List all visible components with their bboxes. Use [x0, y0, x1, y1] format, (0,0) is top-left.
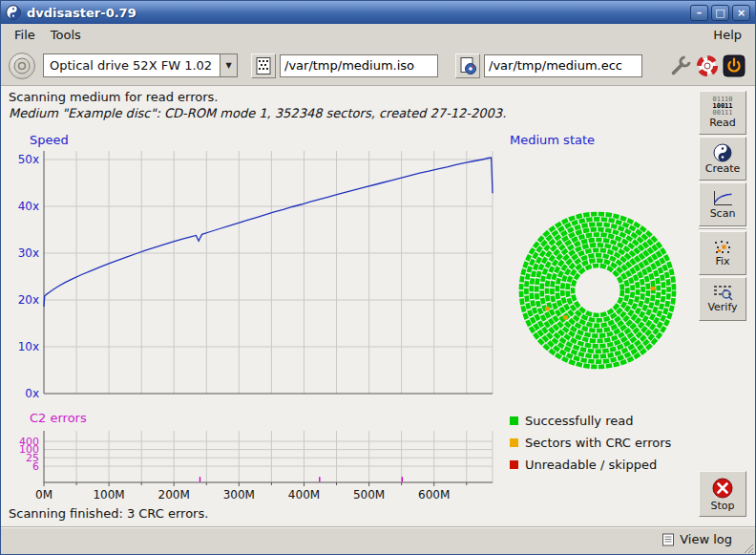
menubar: File Tools Help — [1, 24, 755, 46]
medium-info-line: Medium "Example disc": CD-ROM mode 1, 35… — [9, 106, 506, 120]
legend-swatch — [510, 438, 518, 447]
log-icon — [662, 533, 675, 546]
toolbar: Optical drive 52X FW 1.02 ▼ — [1, 46, 755, 86]
svg-text:30x: 30x — [18, 246, 39, 260]
menu-tools[interactable]: Tools — [43, 26, 89, 44]
scan-button-label: Scan — [710, 207, 736, 220]
finished-status: Scanning finished: 3 CRC errors. — [9, 506, 208, 521]
quit-button[interactable] — [721, 53, 747, 79]
svg-text:40x: 40x — [18, 200, 39, 213]
c2-chart-title: C2 errors — [30, 411, 87, 425]
binary-file-icon — [254, 56, 273, 75]
ecc-path-input[interactable] — [484, 54, 642, 77]
medium-state-disc — [513, 205, 682, 375]
ecc-file-icon — [458, 56, 477, 75]
verify-button[interactable]: Verify — [699, 277, 746, 321]
yinyang-create-icon — [713, 143, 732, 162]
legend-swatch — [510, 460, 518, 469]
fix-icon — [713, 240, 732, 255]
window-title: dvdisaster-0.79 — [27, 6, 687, 20]
svg-text:300M: 300M — [223, 488, 255, 502]
speed-chart-title: Speed — [30, 133, 69, 147]
power-icon — [723, 54, 746, 77]
svg-text:100M: 100M — [93, 488, 124, 502]
ecc-file-button[interactable] — [455, 53, 480, 78]
close-button[interactable]: × — [732, 5, 750, 21]
legend-item: Successfully read — [510, 410, 671, 432]
sidebar-divider — [699, 228, 746, 230]
svg-text:500M: 500M — [353, 488, 385, 502]
verify-button-label: Verify — [707, 301, 737, 313]
svg-text:0x: 0x — [25, 387, 39, 399]
create-button-label: Create — [705, 162, 741, 175]
fix-button[interactable]: Fix — [699, 231, 746, 275]
scan-status-line: Scanning medium for read errors. — [9, 90, 218, 104]
svg-text:200M: 200M — [158, 488, 190, 502]
fix-button-label: Fix — [715, 255, 729, 267]
stop-icon — [711, 477, 734, 500]
titlebar: dvdisaster-0.79 – □ × — [1, 1, 755, 24]
iso-file-button[interactable] — [251, 53, 276, 78]
menu-file[interactable]: File — [7, 26, 43, 44]
main-area: Scanning medium for read errors. Medium … — [1, 87, 755, 527]
binary-read-icon: 01110 10011 00111 — [712, 96, 732, 117]
scan-chart-icon — [712, 190, 733, 207]
svg-text:6: 6 — [32, 460, 39, 473]
statusbar: View log — [1, 526, 755, 554]
drive-select-value: Optical drive 52X FW 1.02 — [44, 54, 220, 76]
view-log-label: View log — [680, 532, 732, 546]
svg-text:20x: 20x — [18, 293, 39, 307]
scan-button[interactable]: Scan — [699, 182, 746, 226]
minimize-button[interactable]: – — [690, 5, 708, 21]
legend-item: Sectors with CRC errors — [510, 432, 671, 454]
drive-button[interactable] — [9, 53, 35, 79]
stop-button[interactable]: Stop — [699, 471, 746, 517]
dvdisaster-window: dvdisaster-0.79 – □ × File Tools Help Op… — [0, 0, 756, 555]
medium-state-legend: Successfully read Sectors with CRC error… — [510, 410, 671, 476]
chevron-down-icon: ▼ — [220, 54, 237, 76]
legend-swatch — [510, 416, 518, 425]
svg-text:600M: 600M — [418, 488, 450, 502]
app-icon — [6, 5, 21, 20]
create-button[interactable]: Create — [699, 137, 746, 181]
drive-select[interactable]: Optical drive 52X FW 1.02 ▼ — [43, 53, 238, 77]
c2-errors-chart: 4001002560M100M200M300M400M500M600M — [12, 427, 494, 507]
medium-state-title: Medium state — [510, 133, 595, 147]
stop-button-label: Stop — [710, 500, 734, 512]
disaster-disc-icon — [696, 54, 719, 77]
svg-text:0M: 0M — [35, 488, 52, 502]
menu-help[interactable]: Help — [705, 26, 749, 44]
iso-path-input[interactable] — [280, 54, 438, 77]
read-button-label: Read — [709, 117, 736, 129]
maximize-button[interactable]: □ — [711, 5, 729, 21]
read-button[interactable]: 01110 10011 00111 Read — [699, 91, 746, 135]
about-button[interactable] — [694, 53, 721, 79]
legend-item: Unreadable / skipped — [510, 454, 671, 476]
drive-icon — [12, 56, 32, 75]
verify-icon — [712, 285, 733, 301]
svg-text:400M: 400M — [288, 488, 320, 502]
svg-text:10x: 10x — [18, 340, 39, 353]
speed-chart: 0x10x20x30x40x50x — [12, 149, 494, 399]
preferences-button[interactable] — [667, 53, 694, 79]
svg-text:50x: 50x — [18, 153, 39, 166]
wrench-icon — [669, 54, 692, 77]
view-log-button[interactable]: View log — [662, 532, 732, 546]
resize-grip[interactable] — [741, 540, 754, 553]
